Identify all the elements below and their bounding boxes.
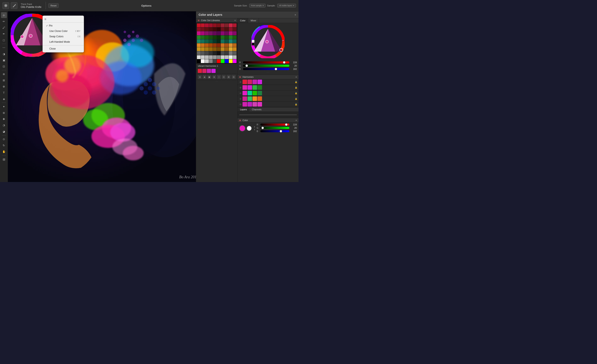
color-swatch-59[interactable] <box>233 43 236 47</box>
color-swatch-13[interactable] <box>209 27 213 31</box>
transfer-up[interactable]: ⇑ <box>254 126 255 128</box>
tool-color3[interactable]: ▣ <box>207 75 211 79</box>
color-swatch-31[interactable] <box>201 35 204 39</box>
layout-icon2[interactable]: ⊟ <box>232 75 236 79</box>
color-swatch-21[interactable] <box>201 31 204 35</box>
tab-layers[interactable]: Layers <box>237 107 249 111</box>
color-swatch-81[interactable] <box>201 55 204 59</box>
color-swatch-4[interactable] <box>213 24 217 27</box>
color-swatch-75[interactable] <box>217 51 220 55</box>
hs2[interactable] <box>202 69 206 73</box>
h1s3[interactable] <box>258 85 262 90</box>
color-swatch-1[interactable] <box>201 24 204 27</box>
color-swatch-74[interactable] <box>213 51 217 55</box>
color-swatch-44[interactable] <box>213 40 217 43</box>
b-thumb[interactable] <box>275 68 277 70</box>
tool-eyedropper[interactable]: ✦ <box>1 104 7 110</box>
lock-4[interactable]: 🔒 <box>295 103 297 105</box>
color-swatch-36[interactable] <box>221 35 225 39</box>
color-swatch-12[interactable] <box>205 27 209 31</box>
color-swatch-46[interactable] <box>221 40 225 43</box>
b-slider[interactable] <box>243 68 289 70</box>
lock-0[interactable]: 🔒 <box>295 81 297 83</box>
color-swatch-76[interactable] <box>221 51 225 55</box>
color-swatch-65[interactable] <box>217 47 220 51</box>
secondary-color-circle[interactable] <box>247 126 252 131</box>
color-swatch-39[interactable] <box>233 35 236 39</box>
color-swatch-20[interactable] <box>197 31 201 35</box>
tool-color5[interactable]: □ <box>217 75 221 79</box>
color-swatch-17[interactable] <box>225 27 228 31</box>
color-swatch-95[interactable] <box>217 59 220 63</box>
color-swatch-38[interactable] <box>229 35 233 39</box>
color-swatch-66[interactable] <box>221 47 225 51</box>
hs1[interactable] <box>198 69 202 73</box>
color-swatch-90[interactable] <box>197 59 201 63</box>
color-swatch-85[interactable] <box>217 55 220 59</box>
sample-size-select[interactable]: Point sample ▾ <box>249 4 266 8</box>
tool-ink[interactable]: ✒ <box>1 31 7 37</box>
color-swatch-62[interactable] <box>205 47 209 51</box>
color-swatch-9[interactable] <box>233 24 236 27</box>
color-swatch-30[interactable] <box>197 35 201 39</box>
color-swatch-35[interactable] <box>217 35 220 39</box>
color-swatch-34[interactable] <box>213 35 217 39</box>
harmonies-expand[interactable]: ≡ <box>296 76 297 78</box>
menu-swap-colors[interactable]: Swap Colors ⇧X <box>43 34 84 39</box>
sample-value-select[interactable]: All visible layers ▾ <box>277 4 296 8</box>
color-swatch-33[interactable] <box>209 35 213 39</box>
color-swatch-84[interactable] <box>213 55 217 59</box>
h4s0[interactable] <box>243 102 247 107</box>
h4s3[interactable] <box>258 102 262 107</box>
h0s1[interactable] <box>248 79 252 84</box>
tool-color6[interactable]: ⊡ <box>222 75 226 79</box>
tab-color[interactable]: Color <box>237 18 248 23</box>
h2s0[interactable] <box>243 91 247 95</box>
color-swatch-71[interactable] <box>201 51 204 55</box>
tool-crop[interactable]: ⊞ <box>1 77 7 83</box>
color-swatch-64[interactable] <box>213 47 217 51</box>
color-swatch-86[interactable] <box>221 55 225 59</box>
color-swatch-89[interactable] <box>233 55 236 59</box>
color-swatch-23[interactable] <box>209 31 213 35</box>
color-swatch-70[interactable] <box>197 51 201 55</box>
tool-zoom[interactable]: ⊙ <box>1 136 7 142</box>
transfer-down[interactable]: ⇓ <box>254 128 255 131</box>
tool-rotate[interactable]: ↻ <box>1 142 7 148</box>
color-swatch-14[interactable] <box>213 27 217 31</box>
color-swatch-56[interactable] <box>221 43 225 47</box>
tool-blend[interactable]: ◑ <box>1 51 7 57</box>
tool-eraser[interactable]: ◻ <box>1 37 7 43</box>
color-swatch-16[interactable] <box>221 27 225 31</box>
menu-pin[interactable]: ✓Pin <box>43 23 84 28</box>
color-swatch-91[interactable] <box>201 59 204 63</box>
harmonies-close[interactable]: ⊠ <box>239 76 241 78</box>
tool-color1[interactable]: ⊛ <box>198 75 202 79</box>
h2s2[interactable] <box>252 91 257 95</box>
panel-menu-icon[interactable]: ≡ <box>295 14 296 16</box>
h3s3[interactable] <box>258 96 262 101</box>
h2s1[interactable] <box>248 91 252 95</box>
color-swatch-2[interactable] <box>205 24 209 27</box>
color-swatch-26[interactable] <box>221 31 225 35</box>
tool-color2[interactable]: ◈ <box>203 75 206 79</box>
color-swatch-32[interactable] <box>205 35 209 39</box>
bg-slider[interactable] <box>260 127 289 129</box>
color-set-expand[interactable]: ≡ <box>235 19 236 22</box>
menu-close[interactable]: Close <box>43 46 84 51</box>
color-swatch-0[interactable] <box>197 24 201 27</box>
color-swatch-58[interactable] <box>229 43 233 47</box>
color-swatch-93[interactable] <box>209 59 213 63</box>
menu-clone-color[interactable]: Use Clone Color ⇧⌘Y <box>43 28 84 34</box>
tool-select[interactable]: ⊡ <box>1 63 7 69</box>
color-swatch-37[interactable] <box>225 35 228 39</box>
r-slider[interactable] <box>243 61 289 63</box>
color-swatch-57[interactable] <box>225 43 228 47</box>
tab-mixer[interactable]: Mixer <box>248 18 259 23</box>
color-swatch-63[interactable] <box>209 47 213 51</box>
color-swatch-43[interactable] <box>209 40 213 43</box>
color-swatch-3[interactable] <box>209 24 213 27</box>
color-swatch-92[interactable] <box>205 59 209 63</box>
tab-channels[interactable]: Channels <box>249 107 264 111</box>
tool-brush[interactable]: ✏ <box>1 18 7 24</box>
